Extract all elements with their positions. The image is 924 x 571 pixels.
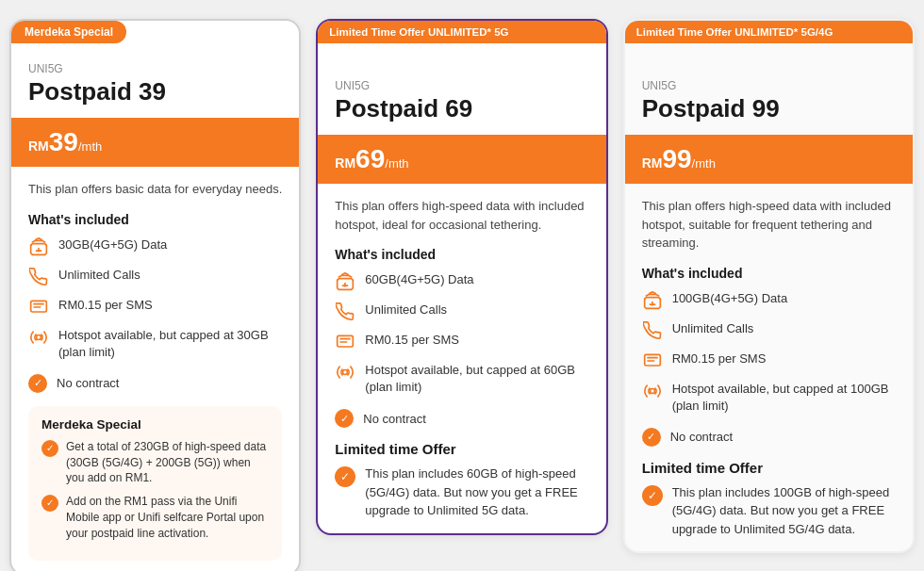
price-bar: RM 39 /mth	[11, 118, 299, 167]
data-icon	[28, 237, 49, 257]
plan-name: Postpaid 69	[335, 94, 588, 123]
feature-item: Unlimited Calls	[335, 302, 588, 322]
limited-offer-section: Limited time Offer ✓ This plan includes …	[642, 460, 896, 539]
data-icon	[335, 271, 355, 292]
feature-item: Hotspot available, but capped at 60GB (p…	[335, 362, 588, 396]
no-contract-check-icon: ✓	[28, 374, 47, 393]
feature-item: RM0.15 per SMS	[335, 332, 588, 352]
feature-text: Unlimited Calls	[58, 267, 282, 284]
no-contract-text: No contract	[670, 430, 733, 444]
sms-icon	[28, 297, 49, 318]
feature-item: Unlimited Calls	[642, 320, 896, 341]
card-header: UNI5G Postpaid 99	[625, 43, 913, 135]
feature-list: 100GB(4G+5G) Data Unlimited Calls RM0.15…	[642, 290, 896, 415]
feature-list: 30GB(4G+5G) Data Unlimited Calls RM0.15 …	[28, 237, 282, 361]
cards-container: Merdeka Special UNI5G Postpaid 39 RM 39 …	[9, 19, 915, 571]
limited-badge: Limited Time Offer UNLIMITED* 5G	[318, 21, 605, 43]
limited-badge: Limited Time Offer UNLIMITED* 5G/4G	[625, 21, 913, 43]
feature-text: 60GB(4G+5G) Data	[365, 271, 588, 288]
plan-card-card-2: Limited Time Offer UNLIMITED* 5G UNI5G P…	[316, 19, 607, 535]
uni5g-label: UNI5G	[642, 79, 896, 92]
no-contract: ✓ No contract	[28, 374, 282, 393]
special-box-title: Merdeka Special	[41, 417, 269, 432]
feature-text: Hotspot available, but capped at 30GB (p…	[58, 327, 282, 361]
special-item: ✓ Get a total of 230GB of high-speed dat…	[41, 439, 269, 486]
feature-item: Hotspot available, but capped at 30GB (p…	[28, 327, 282, 361]
feature-text: RM0.15 per SMS	[365, 332, 588, 349]
feature-item: RM0.15 per SMS	[642, 351, 896, 371]
limited-offer-check-icon: ✓	[642, 485, 663, 506]
plan-name: Postpaid 99	[642, 94, 896, 123]
price-amount: 69	[355, 144, 385, 174]
feature-item: 100GB(4G+5G) Data	[642, 290, 896, 311]
no-contract-text: No contract	[57, 376, 119, 390]
whats-included-title: What's included	[642, 266, 896, 281]
special-item-text: Get a total of 230GB of high-speed data …	[66, 439, 269, 486]
svg-point-5	[650, 388, 654, 393]
feature-item: Hotspot available, but capped at 100GB (…	[642, 381, 896, 415]
whats-included-title: What's included	[335, 247, 588, 262]
calls-icon	[335, 302, 355, 322]
sms-icon	[642, 351, 663, 371]
feature-item: 60GB(4G+5G) Data	[335, 271, 588, 292]
hotspot-icon	[335, 362, 355, 383]
feature-text: Hotspot available, but capped at 60GB (p…	[365, 362, 588, 396]
svg-point-3	[343, 370, 348, 375]
merdeka-badge: Merdeka Special	[11, 21, 126, 43]
feature-text: 30GB(4G+5G) Data	[58, 237, 282, 253]
price-rm: RM	[335, 155, 355, 171]
special-item-text: Add on the RM1 pass via the Unifi Mobile…	[66, 494, 269, 541]
feature-text: Unlimited Calls	[672, 320, 896, 337]
price-amount: 99	[662, 144, 691, 174]
limited-offer-section: Limited time Offer ✓ This plan includes …	[335, 441, 588, 520]
limited-offer-check-icon: ✓	[335, 466, 355, 487]
whats-included-title: What's included	[28, 212, 282, 227]
card-body: This plan offers high-speed data with in…	[318, 184, 605, 533]
limited-offer-item: ✓ This plan includes 60GB of high-speed …	[335, 465, 588, 520]
plan-card-card-1: Merdeka Special UNI5G Postpaid 39 RM 39 …	[9, 19, 301, 571]
no-contract: ✓ No contract	[335, 409, 588, 428]
price-rm: RM	[642, 155, 663, 171]
price-mth: /mth	[692, 156, 716, 171]
limited-offer-title: Limited time Offer	[642, 460, 896, 476]
plan-card-card-3: Limited Time Offer UNLIMITED* 5G/4G UNI5…	[623, 19, 915, 553]
feature-text: RM0.15 per SMS	[58, 297, 282, 314]
no-contract-check-icon: ✓	[642, 428, 661, 447]
plan-description: This plan offers high-speed data with in…	[335, 197, 588, 234]
feature-item: RM0.15 per SMS	[28, 297, 282, 318]
plan-description: This plan offers basic data for everyday…	[28, 180, 282, 199]
limited-offer-text: This plan includes 60GB of high-speed (5…	[365, 465, 588, 520]
card-body: This plan offers high-speed data with in…	[625, 184, 913, 551]
feature-item: 30GB(4G+5G) Data	[28, 237, 282, 257]
special-check-icon: ✓	[41, 440, 58, 457]
price-mth: /mth	[385, 156, 408, 171]
hotspot-icon	[642, 381, 663, 401]
uni5g-label: UNI5G	[335, 79, 588, 92]
limited-offer-item: ✓ This plan includes 100GB of high-speed…	[642, 483, 896, 539]
uni5g-label: UNI5G	[28, 62, 282, 75]
hotspot-icon	[28, 327, 49, 348]
price-rm: RM	[28, 139, 49, 154]
price-mth: /mth	[78, 139, 102, 154]
sms-icon	[335, 332, 355, 352]
feature-text: Unlimited Calls	[365, 302, 588, 318]
no-contract-text: No contract	[363, 412, 425, 426]
price-bar: RM 99 /mth	[625, 135, 913, 184]
no-contract-check-icon: ✓	[335, 409, 354, 428]
price-bar: RM 69 /mth	[318, 135, 605, 184]
plan-description: This plan offers high-speed data with in…	[642, 197, 896, 253]
svg-point-1	[37, 334, 41, 339]
feature-item: Unlimited Calls	[28, 267, 282, 287]
card-header: UNI5G Postpaid 69	[318, 43, 605, 135]
price-amount: 39	[49, 127, 78, 157]
plan-name: Postpaid 39	[28, 77, 282, 106]
feature-text: RM0.15 per SMS	[672, 351, 896, 367]
card-body: This plan offers basic data for everyday…	[11, 167, 299, 571]
no-contract: ✓ No contract	[642, 428, 896, 447]
data-icon	[642, 290, 663, 311]
special-check-icon: ✓	[41, 495, 58, 512]
calls-icon	[642, 320, 663, 341]
limited-offer-title: Limited time Offer	[335, 441, 588, 457]
special-item: ✓ Add on the RM1 pass via the Unifi Mobi…	[41, 494, 269, 541]
feature-text: Hotspot available, but capped at 100GB (…	[672, 381, 896, 415]
